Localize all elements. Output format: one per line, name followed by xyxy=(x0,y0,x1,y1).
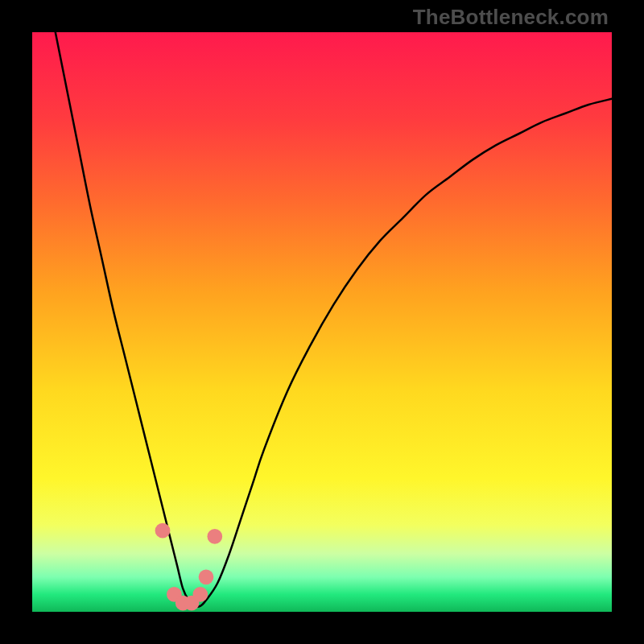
highlight-dots xyxy=(155,523,223,611)
curve-layer xyxy=(32,32,612,612)
chart-frame: TheBottleneck.com xyxy=(0,0,644,644)
highlight-dot xyxy=(192,587,208,602)
highlight-dot xyxy=(207,529,222,544)
highlight-dot xyxy=(199,569,214,584)
highlight-dot xyxy=(155,523,171,539)
plot-area xyxy=(32,32,612,612)
watermark-text: TheBottleneck.com xyxy=(413,5,609,30)
bottleneck-curve xyxy=(56,32,612,607)
